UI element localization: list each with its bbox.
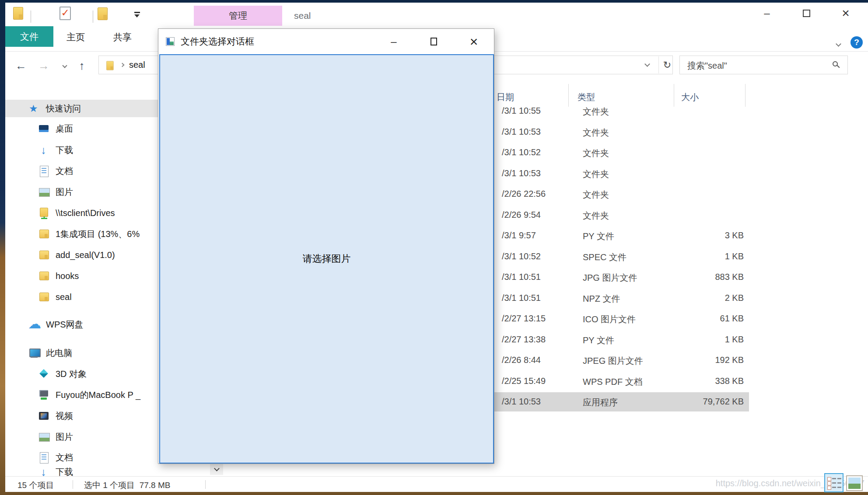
sidebar-item-label: 下载: [56, 466, 73, 477]
search-query-text: 搜索"seal": [687, 60, 727, 72]
document-icon: [38, 165, 50, 177]
video-icon: [38, 410, 50, 422]
qat-separator: [31, 10, 31, 23]
tab-share[interactable]: 共享: [104, 29, 141, 45]
file-type: 文件夹: [583, 106, 609, 118]
details-view-toggle[interactable]: [824, 473, 844, 492]
maximize-glyph: [803, 10, 810, 17]
folder-icon: [38, 291, 50, 303]
new-folder-icon[interactable]: [97, 7, 108, 19]
dialog-body-text: 请选择图片: [303, 252, 351, 265]
tab-file[interactable]: 文件: [5, 26, 53, 47]
sidebar-item-label: 1集成项目 (13%、6%: [56, 228, 140, 240]
qat-customize-caret-icon[interactable]: [133, 8, 144, 20]
sidebar-item-label: 视频: [56, 410, 73, 422]
breadcrumb-chevron-icon[interactable]: [120, 63, 125, 67]
file-date: /2/26 22:56: [502, 189, 546, 199]
folder-icon: [38, 228, 50, 240]
breadcrumb-path-item[interactable]: seal: [129, 60, 145, 70]
file-date: /3/1 10:53: [502, 397, 541, 407]
sidebar-item-label: Fuyou的MacBook P _: [56, 389, 140, 401]
sidebar-item-label: 快速访问: [46, 103, 81, 115]
tab-home[interactable]: 主页: [57, 29, 94, 45]
tab-manage-contextual[interactable]: 管理: [194, 6, 282, 26]
picture-icon: [38, 431, 50, 443]
computer-icon: [29, 347, 40, 359]
file-type: 文件夹: [583, 147, 609, 159]
sidebar-item-label: 文档: [56, 165, 73, 177]
minimize-glyph: –: [764, 7, 770, 19]
star-icon: [29, 103, 40, 114]
file-type: 文件夹: [583, 168, 609, 180]
file-date: /3/1 10:52: [502, 147, 541, 157]
file-size: 1 KB: [725, 335, 744, 345]
sidebar-item-label: WPS网盘: [46, 319, 84, 331]
minimize-button[interactable]: –: [753, 3, 780, 23]
item-count: 15 个项目: [18, 480, 54, 491]
file-type: WPS PDF 文档: [583, 376, 643, 388]
recent-locations-chevron-icon[interactable]: [57, 58, 73, 73]
file-date: /3/1 10:51: [502, 293, 541, 303]
folder-icon: [38, 249, 50, 261]
file-date: /2/27 13:38: [502, 335, 546, 345]
dialog-app-icon: [166, 37, 175, 46]
file-date: /2/26 8:44: [502, 355, 541, 365]
desktop-icon: [38, 123, 50, 134]
file-size: 192 KB: [715, 355, 744, 365]
netdrive-icon: [38, 207, 50, 219]
address-folder-icon: [106, 61, 114, 69]
address-dropdown-chevron-icon[interactable]: [644, 61, 650, 67]
sidebar-item-downloads-2[interactable]: 下载: [5, 465, 219, 477]
selection-summary: 选中 1 个项目 77.8 MB: [84, 480, 170, 491]
refresh-button[interactable]: ↻: [660, 56, 674, 74]
file-type: JPEG 图片文件: [583, 355, 643, 367]
file-size: 61 KB: [720, 314, 744, 324]
file-type: NPZ 文件: [583, 293, 620, 305]
search-input[interactable]: 搜索"seal": [679, 56, 848, 74]
dialog-close-button[interactable]: ×: [460, 29, 487, 54]
file-size: 338 KB: [715, 376, 744, 386]
cloud-icon: [29, 319, 40, 330]
sidebar-item-label: 文档: [56, 452, 73, 464]
forward-button[interactable]: →: [36, 58, 52, 73]
remote-icon: [38, 389, 50, 401]
file-type: 应用程序: [583, 397, 618, 408]
file-type: 文件夹: [583, 127, 609, 139]
quick-access-folder-icon[interactable]: [12, 7, 24, 18]
sidebar-item-label: seal: [56, 292, 72, 302]
thumbnail-view-toggle[interactable]: [846, 475, 863, 491]
ribbon-collapse-chevron-icon[interactable]: [833, 39, 844, 48]
dialog-maximize-button[interactable]: [420, 29, 447, 54]
file-type: 文件夹: [583, 210, 609, 222]
sidebar-item-label: add_seal(V1.0): [56, 250, 115, 260]
up-button[interactable]: ↑: [74, 58, 90, 73]
sidebar-item-label: 图片: [56, 186, 73, 198]
folder-select-dialog: 文件夹选择对话框 – × 请选择图片: [158, 28, 494, 464]
file-type: PY 文件: [583, 230, 614, 242]
file-date: /2/27 13:15: [502, 314, 546, 324]
cube-icon: [38, 368, 50, 380]
file-date: /3/1 10:52: [502, 251, 541, 261]
properties-checked-doc-icon[interactable]: [59, 7, 70, 18]
sidebar-item-label: hooks: [56, 271, 79, 281]
window-title: seal: [294, 10, 311, 21]
dialog-title: 文件夹选择对话框: [181, 35, 254, 48]
file-size: 79,762 KB: [703, 397, 744, 407]
minimize-glyph: –: [391, 35, 396, 48]
close-button[interactable]: ×: [832, 3, 859, 23]
dialog-image-select-area[interactable]: 请选择图片: [159, 54, 494, 464]
sidebar-item-label: 此电脑: [46, 347, 72, 359]
maximize-button[interactable]: [793, 3, 820, 23]
sidebar-item-label: 图片: [56, 431, 73, 443]
sidebar-item-label: 桌面: [56, 123, 73, 135]
dialog-minimize-button[interactable]: –: [380, 29, 407, 54]
file-date: /3/1 10:53: [502, 127, 541, 137]
help-button[interactable]: ?: [850, 36, 863, 49]
folder-icon: [38, 270, 50, 282]
file-type: SPEC 文件: [583, 251, 626, 263]
file-date: /3/1 10:53: [502, 168, 541, 178]
file-size: 3 KB: [725, 230, 744, 241]
search-icon[interactable]: [833, 61, 838, 66]
file-type: JPG 图片文件: [583, 272, 637, 284]
back-button[interactable]: ←: [13, 58, 29, 73]
